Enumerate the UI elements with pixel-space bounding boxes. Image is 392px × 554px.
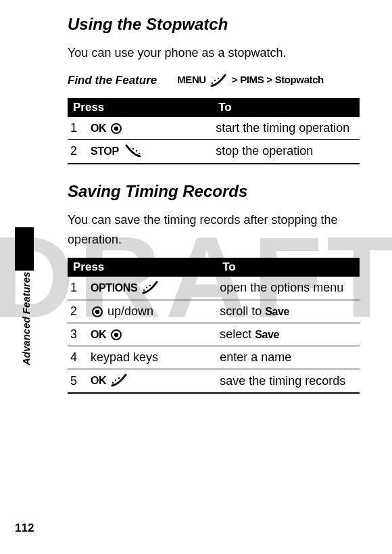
to-bold: Save bbox=[265, 306, 289, 317]
svg-point-0 bbox=[212, 83, 213, 84]
step-num: 1 bbox=[68, 117, 88, 140]
softkey-right-icon bbox=[109, 373, 130, 388]
table-row: 1 OPTIONS open the options menu bbox=[68, 277, 360, 300]
path-pims: PIMS bbox=[240, 74, 264, 85]
to-cell: scroll to Save bbox=[217, 300, 360, 323]
table-row: 1 OK start the timing operation bbox=[68, 117, 360, 140]
to-cell: start the timing operation bbox=[213, 117, 360, 140]
page-number: 112 bbox=[15, 522, 34, 535]
press-label: STOP bbox=[91, 145, 119, 157]
heading-saving-records: Saving Timing Records bbox=[68, 182, 360, 201]
to-pre: select bbox=[220, 327, 255, 341]
find-feature-label: Find the Feature bbox=[68, 71, 177, 87]
side-tab bbox=[15, 227, 34, 271]
svg-point-5 bbox=[132, 148, 134, 149]
svg-point-11 bbox=[118, 377, 120, 379]
path-stopwatch: Stopwatch bbox=[275, 74, 324, 85]
heading-using-stopwatch: Using the Stopwatch bbox=[68, 15, 360, 34]
col-to: To bbox=[217, 258, 360, 277]
table-row: 2 STOP stop the operation bbox=[68, 139, 360, 164]
svg-point-1 bbox=[214, 80, 216, 81]
press-cell: OK bbox=[88, 323, 217, 346]
press-label: up/down bbox=[107, 304, 153, 318]
path-menu: MENU bbox=[177, 74, 206, 85]
svg-point-6 bbox=[143, 290, 145, 291]
find-the-feature: Find the Feature MENU > PIMS > Stopwatch bbox=[68, 71, 360, 89]
svg-point-4 bbox=[136, 150, 137, 152]
to-cell: enter a name bbox=[217, 346, 360, 369]
center-key-icon bbox=[92, 306, 103, 317]
press-cell: STOP bbox=[88, 139, 213, 164]
svg-point-3 bbox=[139, 153, 140, 154]
col-to: To bbox=[213, 98, 360, 117]
col-press: Press bbox=[68, 98, 213, 117]
press-label: OPTIONS bbox=[91, 282, 137, 294]
page-content: Using the Stopwatch You can use your pho… bbox=[0, 0, 392, 394]
to-cell: save the timing records bbox=[217, 369, 360, 393]
table-row: 4 keypad keys enter a name bbox=[68, 346, 360, 369]
path-sep2: > bbox=[266, 74, 272, 85]
softkey-left-icon bbox=[122, 144, 143, 159]
to-cell: stop the operation bbox=[213, 139, 360, 164]
center-key-icon bbox=[111, 329, 122, 340]
press-label: OK bbox=[91, 375, 106, 386]
press-label: OK bbox=[91, 122, 106, 134]
press-cell: OK bbox=[88, 117, 213, 140]
to-pre: scroll to bbox=[220, 304, 265, 318]
find-feature-path: MENU > PIMS > Stopwatch bbox=[177, 71, 324, 89]
col-press: Press bbox=[68, 258, 217, 277]
table-row: 2 up/down scroll to Save bbox=[68, 300, 360, 323]
to-cell: open the options menu bbox=[217, 277, 360, 300]
to-bold: Save bbox=[255, 329, 279, 340]
press-cell: up/down bbox=[88, 300, 217, 323]
softkey-right-icon bbox=[209, 71, 229, 89]
press-cell: OK bbox=[88, 369, 217, 393]
press-cell: OPTIONS bbox=[88, 277, 217, 300]
intro-using-stopwatch: You can use your phone as a stopwatch. bbox=[68, 43, 360, 63]
svg-point-10 bbox=[115, 379, 116, 381]
section-side-label: Advanced Features bbox=[20, 272, 32, 365]
softkey-right-icon bbox=[141, 281, 161, 296]
svg-point-8 bbox=[149, 285, 151, 286]
press-cell: keypad keys bbox=[88, 346, 217, 369]
step-num: 1 bbox=[68, 277, 88, 300]
intro-saving-records: You can save the timing records after st… bbox=[68, 210, 360, 250]
path-sep1: > bbox=[232, 74, 237, 85]
svg-point-7 bbox=[146, 287, 147, 288]
step-num: 2 bbox=[68, 139, 88, 164]
press-label: keypad keys bbox=[91, 350, 158, 364]
center-key-icon bbox=[111, 123, 122, 134]
to-cell: select Save bbox=[217, 323, 360, 346]
table-row: 5 OK save the timing records bbox=[68, 369, 360, 393]
step-num: 2 bbox=[68, 300, 88, 323]
step-num: 5 bbox=[68, 369, 88, 393]
svg-point-2 bbox=[218, 78, 219, 79]
steps-table-2: Press To 1 OPTIONS bbox=[68, 258, 360, 394]
svg-point-9 bbox=[112, 382, 114, 384]
step-num: 3 bbox=[68, 323, 88, 346]
steps-table-1: Press To 1 OK start the timing operation… bbox=[68, 98, 360, 164]
press-label: OK bbox=[91, 329, 106, 340]
step-num: 4 bbox=[68, 346, 88, 369]
table-row: 3 OK select Save bbox=[68, 323, 360, 346]
